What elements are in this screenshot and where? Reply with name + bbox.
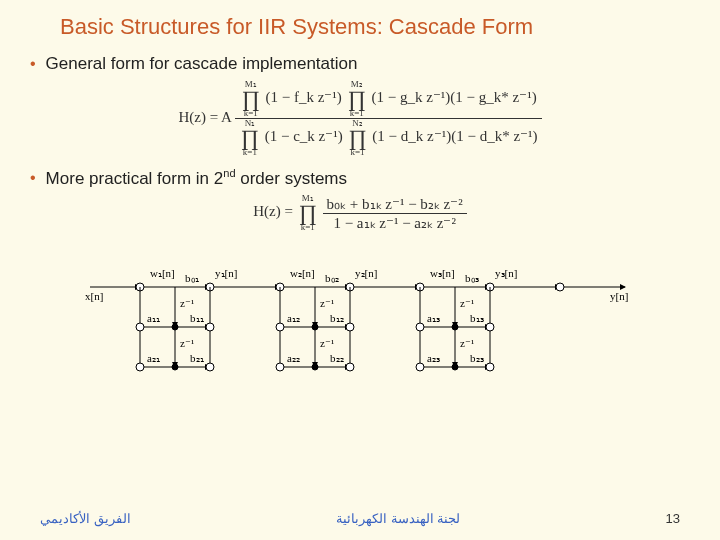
label-z1b: z⁻¹ [180,337,194,349]
bullet-1-text: General form for cascade implementation [46,54,358,74]
svg-point-28 [206,363,214,371]
eq2-prod-bot: k=1 [299,223,317,232]
slide-footer: الفريق الأكاديمي لجنة الهندسة الكهربائية… [0,511,720,526]
label-b03: b₀₃ [465,272,479,284]
equation-2: H(z) = M₁∏k=1 b₀ₖ + b₁ₖ z⁻¹ − b₂ₖ z⁻² 1 … [30,194,690,232]
label-b02: b₀₂ [325,272,339,284]
svg-point-42 [346,363,354,371]
label-a11: a₁₁ [147,312,160,324]
eq1-den-p2-bot: k=1 [348,148,366,157]
label-z1a: z⁻¹ [180,297,194,309]
svg-point-41 [346,323,354,331]
label-z3a: z⁻¹ [460,297,474,309]
label-y1: y₁[n] [215,267,237,279]
equation-1: H(z) = A M₁∏k=1 (1 − f_k z⁻¹) M₂∏k=1 (1 … [30,80,690,157]
svg-point-55 [486,323,494,331]
label-a23: a₂₃ [427,352,440,364]
bullet-2-text: More practical form in 2nd order systems [46,167,347,189]
label-z2b: z⁻¹ [320,337,334,349]
label-w2: w₂[n] [290,267,315,279]
eq1-den-p1-body: (1 − c_k z⁻¹) [265,128,343,144]
b2-pre: More practical form in 2 [46,168,224,187]
svg-point-26 [136,363,144,371]
label-z3b: z⁻¹ [460,337,474,349]
eq1-den-p2-body: (1 − d_k z⁻¹)(1 − d_k* z⁻¹) [372,128,537,144]
eq2-lhs: H(z) = [253,204,293,220]
label-yout: y[n] [610,290,628,302]
label-y3: y₃[n] [495,267,517,279]
label-w3: w₃[n] [430,267,455,279]
footer-center: لجنة الهندسة الكهربائية [336,511,460,526]
b2-ord: nd [223,167,235,179]
label-b22: b₂₂ [330,352,344,364]
bullet-dot: • [30,56,36,72]
footer-left: الفريق الأكاديمي [40,511,131,526]
bullet-1: • General form for cascade implementatio… [30,54,690,74]
svg-point-25 [136,323,144,331]
label-xin: x[n] [85,290,103,302]
label-w1: w₁[n] [150,267,175,279]
eq1-lhs: H(z) = A [178,109,231,125]
svg-point-54 [416,363,424,371]
label-b21: b₂₁ [190,352,204,364]
cascade-block-diagram: x[n] y[n] w₁[n] y₁[n] b₀₁ z⁻¹ z⁻¹ a₁₁ b₁… [80,242,640,392]
page-number: 13 [666,511,680,526]
eq1-num-p2-bot: k=1 [348,109,366,118]
label-z2a: z⁻¹ [320,297,334,309]
label-b12: b₁₂ [330,312,344,324]
bullet-2: • More practical form in 2nd order syste… [30,167,690,189]
svg-point-27 [206,323,214,331]
eq1-den-p1-bot: k=1 [241,148,259,157]
label-b01: b₀₁ [185,272,199,284]
label-a13: a₁₃ [427,312,440,324]
bullet-dot: • [30,170,36,186]
eq1-num-p1-bot: k=1 [242,109,260,118]
label-y2: y₂[n] [355,267,377,279]
label-a12: a₁₂ [287,312,300,324]
label-b23: b₂₃ [470,352,484,364]
label-b11: b₁₁ [190,312,204,324]
svg-point-13 [556,283,564,291]
label-a22: a₂₂ [287,352,300,364]
eq2-num: b₀ₖ + b₁ₖ z⁻¹ − b₂ₖ z⁻² [323,195,467,214]
svg-point-40 [276,363,284,371]
slide-title: Basic Structures for IIR Systems: Cascad… [60,14,690,40]
b2-post: order systems [236,168,347,187]
eq1-num-p2-body: (1 − g_k z⁻¹)(1 − g_k* z⁻¹) [372,89,537,105]
label-a21: a₂₁ [147,352,160,364]
eq2-den: 1 − a₁ₖ z⁻¹ − a₂ₖ z⁻² [323,214,467,232]
svg-point-56 [486,363,494,371]
label-b13: b₁₃ [470,312,484,324]
svg-point-53 [416,323,424,331]
eq1-num-p1-body: (1 − f_k z⁻¹) [266,89,342,105]
svg-point-39 [276,323,284,331]
